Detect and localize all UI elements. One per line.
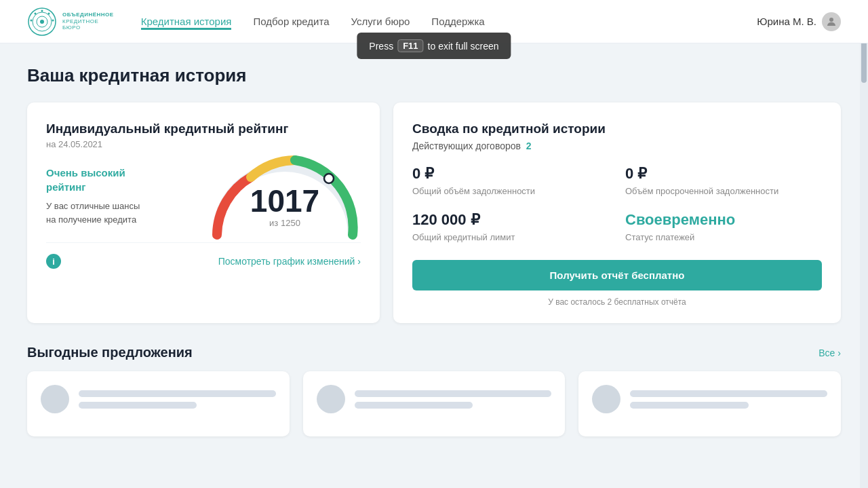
report-note: У вас осталось 2 бесплатных отчёта xyxy=(412,297,822,307)
summary-grid: 0 ₽ Общий объём задолженности 0 ₽ Объём … xyxy=(412,165,822,244)
gauge-max: из 1250 xyxy=(250,218,319,228)
offer-line-3a xyxy=(630,390,827,397)
nav-item-bureau-services[interactable]: Услуги бюро xyxy=(351,13,410,30)
offer-card-top-3 xyxy=(592,385,827,413)
summary-title: Сводка по кредитной истории xyxy=(412,121,822,136)
tooltip-press: Press xyxy=(369,41,393,52)
svg-point-10 xyxy=(324,174,334,183)
offer-lines-1 xyxy=(79,390,276,409)
svg-point-5 xyxy=(48,12,50,14)
rating-desc: У вас отличные шансы на получение кредит… xyxy=(46,200,151,226)
offer-lines-2 xyxy=(355,390,552,409)
nav-item-credit-history[interactable]: Кредитная история xyxy=(141,13,232,30)
offers-title: Выгодные предложения xyxy=(27,345,193,360)
offer-avatar-3 xyxy=(592,385,620,413)
svg-point-7 xyxy=(35,12,37,14)
offer-line-2b xyxy=(355,402,473,409)
chevron-right-icon: › xyxy=(357,256,361,267)
rating-card: Индивидуальный кредитный рейтинг на 24.0… xyxy=(27,102,380,323)
chevron-right-icon: › xyxy=(837,348,841,358)
svg-point-4 xyxy=(41,10,43,12)
tooltip-rest: to exit full screen xyxy=(428,41,499,52)
logo[interactable]: ОБЪЕДИНЁННОЕ КРЕДИТНОЕ БЮРО xyxy=(27,7,114,37)
active-count: 2 xyxy=(526,140,532,151)
fullscreen-tooltip: Press F11 to exit full screen xyxy=(357,33,511,59)
user-avatar-icon xyxy=(822,12,841,31)
summary-total-debt: 0 ₽ Общий объём задолженности xyxy=(412,165,609,198)
offer-card-1[interactable] xyxy=(27,371,290,436)
offer-line-3b xyxy=(630,402,748,409)
offers-all-link[interactable]: Все › xyxy=(818,348,841,358)
page-title: Ваша кредитная история xyxy=(27,65,841,86)
offer-lines-3 xyxy=(630,390,827,409)
nav-item-support[interactable]: Поддержка xyxy=(431,13,484,30)
user-menu[interactable]: Юрина М. В. xyxy=(757,12,841,31)
offer-card-top-1 xyxy=(41,385,276,413)
overdue-amount: 0 ₽ xyxy=(625,165,822,183)
offer-card-2[interactable] xyxy=(303,371,566,436)
offer-avatar-2 xyxy=(317,385,345,413)
summary-payment-status: Своевременно Статус платежей xyxy=(625,211,822,244)
overdue-label: Объём просроченной задолженности xyxy=(625,185,822,198)
credit-limit-label: Общий кредитный лимит xyxy=(412,231,609,244)
scrollbar-track[interactable] xyxy=(860,0,868,488)
offer-line-1a xyxy=(79,390,276,397)
summary-credit-limit: 120 000 ₽ Общий кредитный лимит xyxy=(412,211,609,244)
nav-item-credit-selection[interactable]: Подбор кредита xyxy=(253,13,329,30)
offer-avatar-1 xyxy=(41,385,69,413)
cards-row: Индивидуальный кредитный рейтинг на 24.0… xyxy=(27,102,841,323)
offer-line-1b xyxy=(79,402,197,409)
rating-card-title: Индивидуальный кредитный рейтинг xyxy=(46,121,361,136)
svg-point-3 xyxy=(40,20,44,24)
offer-cards-row xyxy=(27,371,841,436)
logo-icon xyxy=(27,7,57,37)
tooltip-key: F11 xyxy=(397,39,423,52)
payment-status-amount: Своевременно xyxy=(625,211,822,229)
summary-card: Сводка по кредитной истории Действующих … xyxy=(393,102,841,323)
total-debt-amount: 0 ₽ xyxy=(412,165,609,183)
payment-status-label: Статус платежей xyxy=(625,231,822,244)
active-contracts: Действующих договоров 2 xyxy=(412,140,822,151)
offer-card-top-2 xyxy=(317,385,552,413)
svg-point-9 xyxy=(829,18,833,22)
gauge-score: 1017 xyxy=(250,185,319,217)
svg-point-6 xyxy=(52,19,54,21)
summary-overdue-debt: 0 ₽ Объём просроченной задолженности xyxy=(625,165,822,198)
main-content: Ваша кредитная история Индивидуальный кр… xyxy=(0,43,868,453)
offer-line-2a xyxy=(355,390,552,397)
user-name: Юрина М. В. xyxy=(757,16,816,27)
gauge: 1017 из 1250 xyxy=(203,136,366,255)
offers-header: Выгодные предложения Все › xyxy=(27,345,841,360)
credit-limit-amount: 120 000 ₽ xyxy=(412,211,609,229)
main-nav: Кредитная история Подбор кредита Услуги … xyxy=(141,13,757,30)
rating-label: Очень высокийрейтинг xyxy=(46,166,155,194)
view-chart-link[interactable]: Посмотреть график изменений › xyxy=(218,256,361,267)
get-report-button[interactable]: Получить отчёт бесплатно xyxy=(412,260,822,290)
info-icon[interactable]: i xyxy=(46,254,61,269)
total-debt-label: Общий объём задолженности xyxy=(412,185,609,198)
offer-card-3[interactable] xyxy=(578,371,841,436)
svg-point-8 xyxy=(31,19,33,21)
